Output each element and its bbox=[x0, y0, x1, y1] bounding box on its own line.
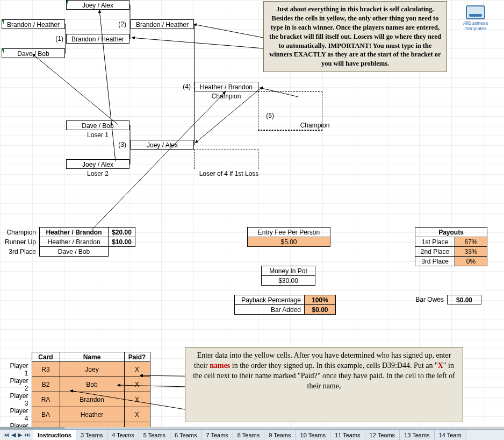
entry-fee-label: Entry Fee Per Person bbox=[248, 228, 330, 237]
sheet-tab[interactable]: 8 Teams bbox=[233, 430, 264, 441]
results-table: Champion Heather / Brandon $20.00 Runner… bbox=[2, 227, 135, 257]
bracket-cell[interactable]: Joey / Alex bbox=[66, 0, 129, 10]
results-value[interactable]: Heather / Brandon bbox=[40, 228, 109, 237]
seed-label: (1) bbox=[42, 34, 66, 44]
col-header-paid: Paid? bbox=[124, 352, 150, 362]
player-name[interactable]: Heather bbox=[60, 407, 124, 422]
player-label: Player 2 bbox=[2, 377, 32, 392]
sheet-tab[interactable]: 10 Teams bbox=[296, 430, 331, 441]
results-pay: $20.00 bbox=[109, 228, 135, 237]
player-card[interactable]: R3 bbox=[32, 362, 60, 377]
player-name[interactable]: Joey bbox=[60, 362, 124, 377]
bracket-cell[interactable]: Brandon / Heather bbox=[66, 34, 129, 44]
instruction-callout-top: Just about everything in this bracket is… bbox=[263, 1, 447, 72]
seed-label: (3) bbox=[105, 140, 128, 150]
player-label: Player 3 bbox=[2, 392, 32, 407]
player-name[interactable]: Bob bbox=[60, 377, 124, 392]
sheet-tab[interactable]: 3 Teams bbox=[76, 430, 107, 441]
sheet-tab[interactable]: 4 Teams bbox=[107, 430, 139, 441]
tab-first-icon[interactable]: ⏮ bbox=[2, 431, 10, 438]
tab-nav-buttons[interactable]: ⏮ ◀ ▶ ⏭ bbox=[0, 431, 33, 438]
col-header-card: Card bbox=[32, 352, 60, 362]
col-header-name: Name bbox=[60, 352, 124, 362]
entry-fee-table: Entry Fee Per Person $5.00 bbox=[247, 227, 330, 247]
player-card[interactable]: RA bbox=[32, 392, 60, 407]
results-value[interactable]: Heather / Brandon bbox=[40, 237, 109, 247]
player-paid[interactable]: X bbox=[124, 377, 150, 392]
player-paid[interactable]: X bbox=[124, 407, 150, 422]
sheet-tab[interactable]: 11 Teams bbox=[330, 430, 365, 441]
sheet-tab[interactable]: 5 Teams bbox=[139, 430, 170, 441]
loser-label: Loser 2 bbox=[66, 169, 129, 179]
entry-fee-value[interactable]: $5.00 bbox=[248, 237, 330, 247]
bar-owes-label: Bar Owes bbox=[408, 295, 446, 304]
seed-label: (4) bbox=[169, 82, 193, 91]
sheet-tab[interactable]: 13 Teams bbox=[400, 430, 435, 441]
player-paid[interactable]: X bbox=[124, 362, 150, 377]
player-paid[interactable]: X bbox=[124, 392, 150, 407]
sheet-tab[interactable]: 12 Teams bbox=[365, 430, 400, 441]
bracket-cell[interactable]: Dave / Bob bbox=[2, 48, 65, 58]
instruction-callout-bottom: Enter data into the yellow cells. After … bbox=[185, 347, 463, 422]
loser-label: Loser 1 bbox=[66, 130, 129, 140]
tab-next-icon[interactable]: ▶ bbox=[17, 431, 23, 438]
payback-table: Payback Percentage100% Bar Added$0.00 bbox=[234, 295, 336, 315]
champion-final-label: Champion bbox=[283, 120, 347, 130]
sheet-tab[interactable]: 6 Teams bbox=[170, 430, 201, 441]
player-name[interactable]: Brandon bbox=[60, 392, 124, 407]
player-label: Player 1 bbox=[2, 362, 32, 377]
table-row: Player 2B2BobX bbox=[2, 377, 150, 392]
bracket-cell[interactable]: Dave / Bob bbox=[66, 120, 129, 130]
tab-last-icon[interactable]: ⏭ bbox=[23, 431, 31, 438]
dashed-placeholder bbox=[194, 150, 258, 169]
money-pot-table: Money In Pot $30.00 bbox=[261, 266, 315, 286]
table-row: Player 1R3JoeyX bbox=[2, 362, 150, 377]
player-card[interactable]: BA bbox=[32, 407, 60, 422]
bar-owes-value: $0.00 bbox=[447, 295, 481, 304]
sheet-tab[interactable]: 14 Team bbox=[435, 430, 466, 441]
sheet-tab-strip: ⏮ ◀ ▶ ⏭ Instructions3 Teams4 Teams5 Team… bbox=[0, 429, 504, 440]
loser-of-4-label: Loser of 4 if 1st Loss bbox=[194, 169, 264, 179]
player-card[interactable]: B2 bbox=[32, 377, 60, 392]
results-pay: $10.00 bbox=[109, 237, 135, 247]
bracket-cell[interactable]: Brandon / Heather bbox=[2, 19, 65, 29]
sheet-tab[interactable]: Instructions bbox=[33, 430, 76, 441]
bracket-cell[interactable]: Joey / Alex bbox=[131, 140, 194, 150]
payouts-header: Payouts bbox=[415, 228, 487, 237]
player-label: Player 4 bbox=[2, 407, 32, 422]
allbusiness-templates-logo: AllBusiness Templates bbox=[452, 3, 499, 41]
seed-label: (5) bbox=[253, 111, 276, 120]
results-label: Champion bbox=[2, 228, 40, 237]
bracket-cell[interactable]: Heather / Brandon bbox=[194, 82, 258, 91]
payouts-table: Payouts 1st Place67% 2nd Place33% 3rd Pl… bbox=[415, 227, 487, 266]
seed-label: (2) bbox=[105, 19, 128, 29]
sheet-tab[interactable]: 7 Teams bbox=[201, 430, 233, 441]
results-label: Runner Up bbox=[2, 237, 40, 247]
champion-label: Champion bbox=[194, 91, 258, 101]
sheet-tab[interactable]: 9 Teams bbox=[264, 430, 296, 441]
results-label: 3rd Place bbox=[2, 247, 40, 257]
tab-prev-icon[interactable]: ◀ bbox=[10, 431, 17, 438]
results-value[interactable]: Dave / Bob bbox=[40, 247, 109, 257]
table-row: Player 3RABrandonX bbox=[2, 392, 150, 407]
bracket-cell[interactable]: Joey / Alex bbox=[66, 159, 129, 169]
laptop-icon bbox=[466, 5, 485, 19]
table-row: Player 4BAHeatherX bbox=[2, 407, 150, 422]
bracket-cell[interactable]: Brandon / Heather bbox=[131, 19, 194, 29]
